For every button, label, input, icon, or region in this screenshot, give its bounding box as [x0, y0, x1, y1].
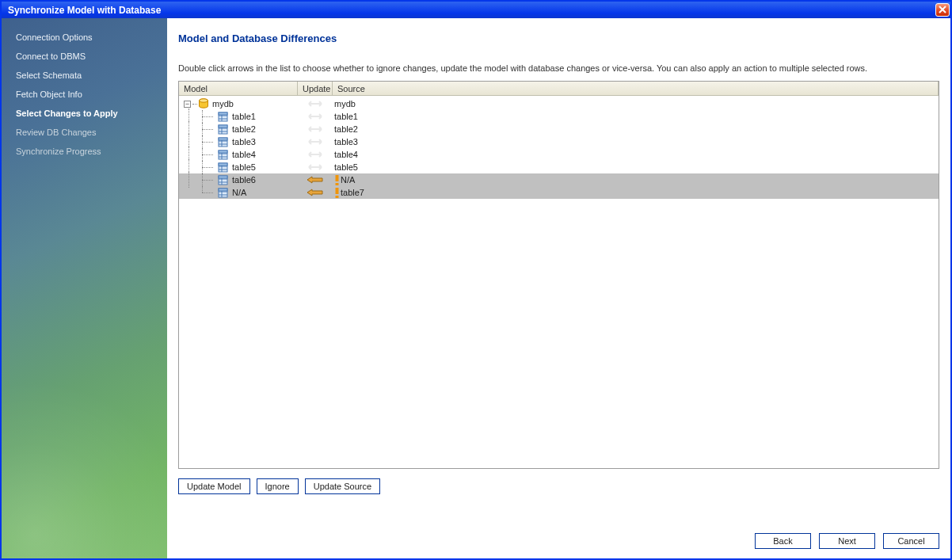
tree-cell-model: table1	[232, 112, 256, 121]
tree-expander[interactable]: −	[184, 101, 191, 108]
tree-row[interactable]: table5table5	[179, 161, 939, 173]
tree-row[interactable]: table1table1	[179, 110, 939, 123]
table-icon	[217, 111, 229, 122]
sidebar-item-label: Connection Options	[16, 32, 93, 42]
tree-row[interactable]: N/Atable7	[179, 186, 939, 199]
column-header-model[interactable]: Model	[179, 82, 298, 95]
main-panel: Model and Database Differences Double cl…	[167, 18, 950, 558]
warning-icon	[334, 174, 339, 185]
sync-arrow-icon[interactable]	[304, 99, 326, 109]
svg-rect-40	[335, 196, 338, 198]
footer-row: Back Next Cancel	[178, 512, 939, 549]
table-icon	[217, 124, 229, 135]
tree-cell-source: table1	[334, 112, 358, 121]
sidebar-item-select-schemata[interactable]: Select Schemata	[2, 66, 167, 85]
sidebar-item-connection-options[interactable]: Connection Options	[2, 28, 167, 47]
sidebar-item-label: Select Changes to Apply	[16, 109, 118, 118]
window-title: Synchronize Model with Database	[8, 5, 161, 16]
update-source-button[interactable]: Update Source	[305, 478, 380, 494]
close-button[interactable]	[935, 3, 950, 17]
tree-cell-model: table6	[232, 175, 256, 185]
sidebar-item-review-db[interactable]: Review DB Changes	[2, 123, 167, 142]
warning-icon	[334, 187, 339, 198]
tree-row[interactable]: table4table4	[179, 148, 939, 161]
sidebar-item-fetch-object-info[interactable]: Fetch Object Info	[2, 85, 167, 104]
page-title: Model and Database Differences	[178, 32, 939, 44]
sidebar-item-connect-dbms[interactable]: Connect to DBMS	[2, 47, 167, 66]
diff-tree: Model Update Source −	[178, 81, 939, 469]
cancel-button[interactable]: Cancel	[883, 533, 939, 549]
tree-cell-source: N/A	[341, 175, 355, 185]
sidebar-item-label: Fetch Object Info	[16, 90, 82, 99]
sidebar-item-label: Connect to DBMS	[16, 51, 86, 61]
sync-arrow-icon[interactable]	[304, 162, 326, 172]
tree-cell-source: mydb	[334, 99, 356, 109]
update-model-button[interactable]: Update Model	[178, 478, 250, 494]
tree-branch-icon	[198, 110, 217, 123]
tree-body: − mydb	[179, 96, 939, 200]
tree-branch-icon	[198, 135, 217, 148]
tree-header: Model Update Source	[179, 82, 939, 96]
svg-rect-16	[219, 138, 227, 140]
sync-arrow-icon[interactable]	[304, 124, 326, 134]
arrow-left-icon[interactable]	[304, 188, 326, 197]
sidebar-item-synchronize-progress[interactable]: Synchronize Progress	[2, 142, 167, 161]
column-header-update[interactable]: Update	[298, 82, 333, 95]
tree-row[interactable]: table2table2	[179, 123, 939, 135]
tree-row[interactable]: table6N/A	[179, 173, 939, 186]
tree-cell-model: table5	[232, 162, 256, 172]
svg-rect-26	[219, 163, 227, 166]
svg-rect-38	[219, 189, 227, 191]
tree-cell-model: table3	[232, 137, 256, 147]
tree-cell-model: table4	[232, 150, 256, 159]
svg-rect-21	[219, 150, 227, 153]
back-button[interactable]: Back	[755, 533, 811, 549]
tree-cell-source: table7	[341, 188, 364, 197]
tree-branch-icon	[198, 148, 217, 161]
tree-cell-model: mydb	[212, 99, 234, 109]
tree-branch-icon	[198, 161, 217, 173]
next-button[interactable]: Next	[819, 533, 875, 549]
sync-arrow-icon[interactable]	[304, 112, 326, 121]
tree-branch-icon	[198, 123, 217, 135]
svg-rect-32	[335, 175, 338, 181]
window-frame: Synchronize Model with Database Connecti…	[0, 0, 952, 560]
tree-cell-source: table5	[334, 162, 358, 172]
arrow-left-icon[interactable]	[304, 175, 326, 185]
tree-cell-source: table4	[334, 150, 358, 159]
database-icon	[197, 98, 209, 109]
sidebar-item-label: Select Schemata	[16, 70, 82, 80]
svg-rect-33	[335, 183, 338, 185]
svg-rect-31	[219, 176, 227, 178]
tree-row[interactable]: table3table3	[179, 135, 939, 148]
table-icon	[217, 174, 229, 185]
ignore-button[interactable]: Ignore	[257, 478, 299, 494]
sync-arrow-icon[interactable]	[304, 150, 326, 159]
close-icon	[939, 5, 946, 16]
tree-branch-icon	[198, 186, 217, 199]
table-icon	[217, 187, 229, 198]
sidebar-item-label: Synchronize Progress	[16, 147, 101, 156]
tree-cell-model: N/A	[232, 188, 246, 197]
svg-point-1	[199, 99, 208, 102]
tree-branch-icon	[198, 173, 217, 186]
page-subtitle: Double click arrows in the list to choos…	[178, 63, 939, 73]
table-icon	[217, 136, 229, 147]
titlebar: Synchronize Model with Database	[2, 2, 950, 18]
sidebar: Connection Options Connect to DBMS Selec…	[2, 18, 167, 558]
tree-cell-source: table2	[334, 124, 358, 134]
tree-cell-model: table2	[232, 124, 256, 134]
svg-rect-11	[219, 125, 227, 128]
table-icon	[217, 162, 229, 173]
action-row: Update Model Ignore Update Source	[178, 478, 939, 494]
sync-arrow-icon[interactable]	[304, 137, 326, 147]
tree-row-root[interactable]: − mydb	[179, 97, 939, 110]
svg-rect-39	[335, 188, 338, 194]
sidebar-item-select-changes[interactable]: Select Changes to Apply	[2, 104, 167, 123]
sidebar-item-label: Review DB Changes	[16, 128, 97, 137]
svg-rect-6	[219, 112, 227, 115]
table-icon	[217, 149, 229, 160]
column-header-source[interactable]: Source	[333, 82, 939, 95]
tree-cell-source: table3	[334, 137, 358, 147]
